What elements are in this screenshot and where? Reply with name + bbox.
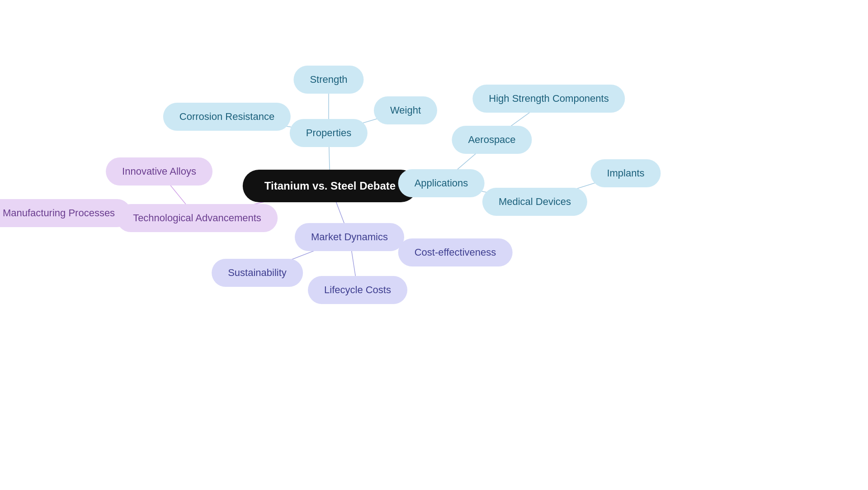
center-node[interactable]: Titanium vs. Steel Debate xyxy=(243,170,417,202)
node-corrosion[interactable]: Corrosion Resistance xyxy=(163,103,291,131)
node-techadvancements[interactable]: Technological Advancements xyxy=(117,204,278,232)
node-strength[interactable]: Strength xyxy=(293,66,363,94)
node-weight[interactable]: Weight xyxy=(374,96,437,124)
node-medicaldevices[interactable]: Medical Devices xyxy=(482,188,587,216)
node-lifecycle[interactable]: Lifecycle Costs xyxy=(308,276,407,304)
mindmap-container: Titanium vs. Steel DebatePropertiesStren… xyxy=(0,0,868,490)
node-innovativealloys[interactable]: Innovative Alloys xyxy=(106,157,212,186)
node-highstrength[interactable]: High Strength Components xyxy=(472,85,625,113)
node-marketdynamics[interactable]: Market Dynamics xyxy=(295,223,404,251)
node-applications[interactable]: Applications xyxy=(398,169,485,197)
node-implants[interactable]: Implants xyxy=(590,159,660,187)
node-properties[interactable]: Properties xyxy=(290,119,368,147)
node-costeffectiveness[interactable]: Cost-effectiveness xyxy=(398,238,513,266)
node-manufacturing[interactable]: Manufacturing Processes xyxy=(0,199,131,227)
node-aerospace[interactable]: Aerospace xyxy=(452,126,532,154)
node-sustainability[interactable]: Sustainability xyxy=(212,259,303,287)
